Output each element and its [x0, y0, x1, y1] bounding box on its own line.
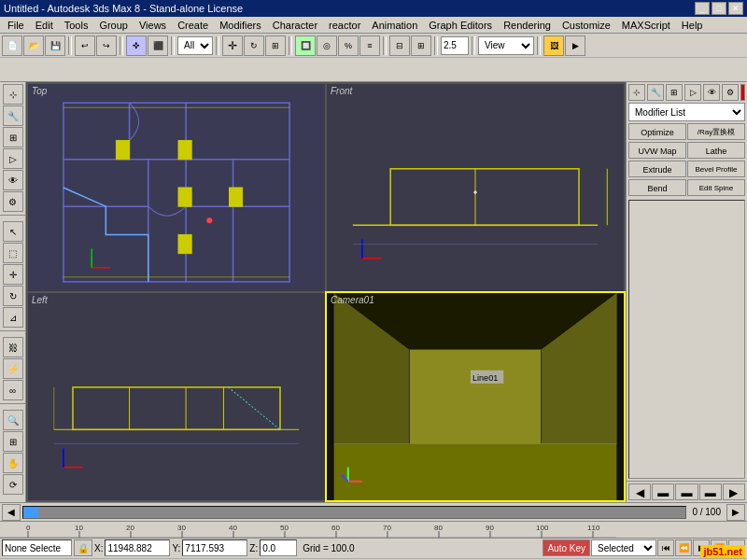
display-tool[interactable]: 👁: [3, 170, 23, 190]
create-icon[interactable]: ⊹: [628, 84, 645, 101]
extrude-button[interactable]: Extrude: [628, 161, 686, 177]
anim-prev-button[interactable]: ⏪: [675, 539, 692, 556]
bend-button[interactable]: Bend: [628, 179, 686, 196]
y-coord-input[interactable]: [182, 539, 247, 556]
hierarchy-tool[interactable]: ⊞: [3, 127, 23, 147]
render-scene-button[interactable]: 🖼: [543, 35, 564, 56]
snap-toggle-button[interactable]: 🔲: [295, 35, 316, 56]
z-coord-input[interactable]: [260, 539, 297, 556]
hierarchy-icon[interactable]: ⊞: [666, 84, 683, 101]
viewport-top-label: Top: [32, 86, 47, 96]
edit-spine-button[interactable]: Edit Spine: [687, 179, 745, 196]
modify-icon[interactable]: 🔧: [647, 84, 664, 101]
zoom-all-tool[interactable]: ⊞: [3, 431, 23, 452]
bevel-profile-button[interactable]: Bevel Profile: [687, 161, 745, 177]
menu-rendering[interactable]: Rendering: [498, 17, 557, 33]
viewport-top[interactable]: Top: [28, 84, 325, 291]
menu-maxscript[interactable]: MAXScript: [616, 17, 676, 33]
menu-edit[interactable]: Edit: [30, 17, 59, 33]
menu-reactor[interactable]: reactor: [323, 17, 366, 33]
menu-file[interactable]: File: [2, 17, 30, 33]
x-coord-input[interactable]: [105, 539, 170, 556]
view-mode-dropdown[interactable]: View: [478, 36, 534, 55]
menu-create[interactable]: Create: [172, 17, 214, 33]
rp-nav5[interactable]: ▶: [723, 483, 745, 500]
optimize-button[interactable]: Optimize: [628, 123, 686, 140]
menu-tools[interactable]: Tools: [59, 17, 94, 33]
selected-dropdown[interactable]: Selected: [591, 539, 656, 556]
viewport-camera[interactable]: Camera01: [327, 293, 624, 500]
motion-icon[interactable]: ▷: [684, 84, 701, 101]
color-swatch[interactable]: [740, 84, 745, 101]
rotate-tool[interactable]: ↻: [3, 286, 23, 306]
rp-btn-row2: UVW Map Lathe: [628, 142, 745, 159]
lathe-button[interactable]: Lathe: [687, 142, 745, 159]
anim-first-button[interactable]: ⏮: [657, 539, 674, 556]
menu-customize[interactable]: Customize: [557, 17, 616, 33]
menu-group[interactable]: Group: [93, 17, 134, 33]
zoom-tool[interactable]: 🔍: [3, 410, 23, 430]
create-tool[interactable]: ⊹: [3, 84, 23, 105]
modify-tool[interactable]: 🔧: [3, 105, 23, 126]
redo-button[interactable]: ↪: [96, 35, 117, 56]
open-button[interactable]: 📂: [23, 35, 44, 56]
menu-graph-editors[interactable]: Graph Editors: [423, 17, 498, 33]
pan-tool[interactable]: ✋: [3, 453, 23, 473]
save-button[interactable]: 💾: [45, 35, 65, 56]
timeline-track[interactable]: [22, 506, 686, 519]
zoom-value-input[interactable]: [441, 36, 469, 55]
viewport-front[interactable]: Front: [327, 84, 624, 291]
move-tool[interactable]: ✛: [3, 264, 23, 285]
status-bar: 🔒 X: Y: Z: Grid = 100.0 Auto Key Selecte…: [0, 538, 747, 560]
lock-button[interactable]: 🔒: [74, 539, 92, 556]
rotate-button[interactable]: ↻: [244, 35, 264, 56]
rp-nav1[interactable]: ◀: [628, 483, 651, 500]
select-region-button[interactable]: ⬛: [148, 35, 168, 56]
minimize-button[interactable]: _: [695, 2, 710, 15]
quick-render-button[interactable]: ▶: [565, 35, 585, 56]
utilities-icon[interactable]: ⚙: [722, 84, 739, 101]
rp-nav2[interactable]: ▬: [652, 483, 674, 500]
motion-tool[interactable]: ▷: [3, 148, 23, 169]
unlink-tool[interactable]: ⚡: [3, 358, 23, 379]
selection-filter-dropdown[interactable]: All: [177, 36, 213, 55]
timeline-prev-button[interactable]: ◀: [2, 504, 21, 521]
bind-tool[interactable]: ∞: [3, 380, 23, 400]
timeline-next-button[interactable]: ▶: [726, 504, 745, 521]
rp-nav4[interactable]: ▬: [699, 483, 722, 500]
undo-button[interactable]: ↩: [75, 35, 95, 56]
sep4: [216, 36, 219, 55]
spinner-snap-button[interactable]: ≡: [359, 35, 380, 56]
select-region-tool[interactable]: ⬚: [3, 243, 23, 263]
link-tool[interactable]: ⛓: [3, 337, 23, 357]
timeline-slider[interactable]: [23, 507, 38, 518]
sep9: [537, 36, 541, 55]
rp-nav3[interactable]: ▬: [675, 483, 698, 500]
auto-key-button[interactable]: Auto Key: [543, 539, 590, 556]
utilities-tool[interactable]: ⚙: [3, 191, 23, 212]
menu-animation[interactable]: Animation: [366, 17, 423, 33]
close-button[interactable]: ✕: [728, 2, 743, 15]
select-tool[interactable]: ↖: [3, 221, 23, 242]
display-icon[interactable]: 👁: [703, 84, 720, 101]
ray-displace-button[interactable]: /Ray置换模: [687, 123, 745, 140]
new-button[interactable]: 📄: [2, 35, 22, 56]
select-object-button[interactable]: ✜: [126, 35, 147, 56]
select-mode-input[interactable]: [2, 539, 72, 556]
menu-views[interactable]: Views: [134, 17, 172, 33]
menu-character[interactable]: Character: [267, 17, 323, 33]
scale-tool[interactable]: ⊿: [3, 307, 23, 328]
viewport-left[interactable]: Left: [28, 293, 325, 500]
menu-modifiers[interactable]: Modifiers: [214, 17, 267, 33]
percent-snap-button[interactable]: %: [338, 35, 359, 56]
angle-snap-button[interactable]: ◎: [317, 35, 337, 56]
menu-help[interactable]: Help: [676, 17, 709, 33]
mirror-button[interactable]: ⊟: [389, 35, 410, 56]
select-move-button[interactable]: ✛: [222, 35, 243, 56]
arc-rotate-tool[interactable]: ⟳: [3, 474, 23, 495]
scale-button[interactable]: ⊞: [265, 35, 286, 56]
uvw-map-button[interactable]: UVW Map: [628, 142, 686, 159]
modifier-list-dropdown[interactable]: Modifier List: [628, 103, 745, 121]
maximize-button[interactable]: □: [712, 2, 726, 15]
align-button[interactable]: ⊞: [411, 35, 431, 56]
